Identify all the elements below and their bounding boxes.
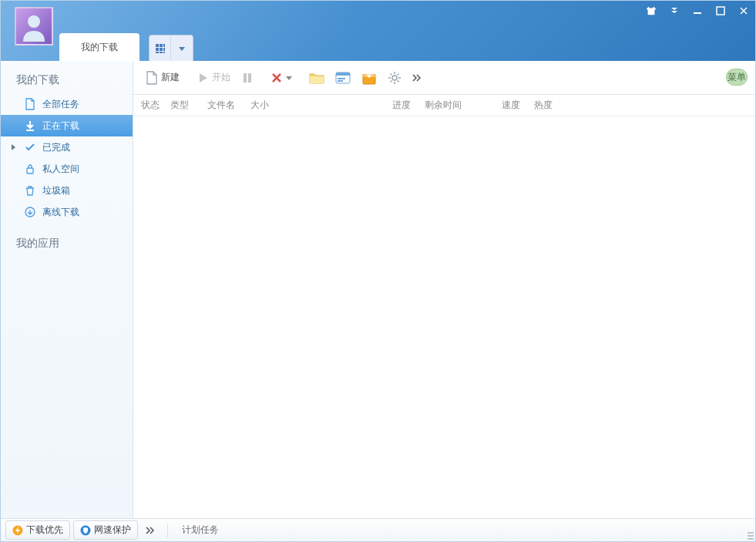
col-filename[interactable]: 文件名	[203, 99, 246, 112]
download-priority-label: 下载优先	[26, 523, 63, 537]
statusbar-more-button[interactable]	[141, 523, 160, 537]
start-label: 开始	[212, 71, 230, 84]
play-icon	[197, 72, 209, 84]
svg-rect-17	[248, 73, 251, 82]
details-icon	[335, 72, 351, 84]
double-chevron-right-icon	[412, 74, 422, 82]
titlebar: 我的下载	[1, 1, 755, 61]
sidebar-item-offline[interactable]: 离线下载	[1, 201, 133, 223]
svg-rect-12	[163, 52, 165, 53]
sidebar-item-trash[interactable]: 垃圾箱	[1, 180, 133, 201]
close-button[interactable]	[732, 1, 755, 21]
svg-rect-10	[156, 52, 159, 53]
sidebar-item-label: 正在下载	[42, 120, 79, 133]
skin-icon[interactable]	[640, 1, 663, 21]
col-size[interactable]: 大小	[246, 99, 388, 112]
cloud-download-icon	[24, 206, 36, 218]
body: 我的下载 全部任务 正在下载 已完成	[1, 61, 755, 518]
svg-point-3	[28, 15, 40, 28]
svg-rect-0	[694, 12, 701, 14]
check-icon	[24, 141, 36, 153]
tab-my-downloads[interactable]: 我的下载	[59, 33, 139, 61]
svg-rect-14	[27, 168, 33, 173]
sidebar-item-label: 离线下载	[42, 206, 79, 219]
download-priority-button[interactable]: 下载优先	[5, 520, 70, 540]
pause-button[interactable]	[237, 69, 258, 87]
double-chevron-right-icon	[146, 527, 155, 534]
svg-rect-16	[244, 73, 247, 82]
svg-rect-6	[156, 48, 159, 51]
sidebar-item-label: 已完成	[42, 141, 70, 154]
sidebar-group-apps: 我的应用	[1, 232, 133, 257]
lock-icon	[24, 163, 36, 175]
svg-point-24	[392, 76, 397, 80]
user-silhouette-icon	[18, 11, 49, 42]
speed-protect-label: 网速保护	[94, 523, 131, 537]
sidebar-item-label: 私人空间	[42, 163, 79, 176]
toolbar: 新建 开始	[133, 61, 755, 95]
window-controls	[640, 1, 755, 21]
resize-handle[interactable]	[744, 530, 754, 540]
svg-rect-21	[338, 80, 343, 82]
sidebar-item-downloading[interactable]: 正在下载	[1, 115, 133, 136]
download-folder-button[interactable]	[357, 68, 381, 88]
content: 新建 开始	[133, 61, 755, 518]
app-window: 我的下载 我的下载	[0, 0, 756, 542]
tab-label: 我的下载	[81, 41, 118, 54]
svg-rect-13	[26, 130, 34, 131]
col-type[interactable]: 类型	[166, 99, 203, 112]
toolbar-more-button[interactable]	[408, 71, 426, 85]
speed-protect-button[interactable]: 网速保护	[73, 520, 138, 540]
view-dropdown-button[interactable]	[171, 35, 193, 61]
menu-button[interactable]: 菜单	[726, 69, 748, 86]
task-list-empty	[133, 116, 755, 518]
grid-icon	[155, 43, 166, 54]
sidebar-item-private[interactable]: 私人空间	[1, 158, 133, 180]
new-file-icon	[146, 71, 158, 85]
statusbar: 下载优先 网速保护 计划任务	[1, 518, 755, 541]
delete-icon	[270, 72, 283, 84]
lightning-icon	[12, 525, 23, 536]
col-heat[interactable]: 热度	[529, 99, 576, 112]
sidebar-item-label: 全部任务	[42, 98, 79, 111]
col-status[interactable]: 状态	[136, 99, 166, 112]
shield-icon	[80, 525, 91, 536]
svg-rect-19	[336, 72, 350, 76]
gear-icon	[388, 71, 402, 85]
grid-view-button[interactable]	[150, 35, 171, 61]
svg-rect-8	[163, 44, 165, 47]
details-button[interactable]	[331, 69, 355, 87]
open-folder-button[interactable]	[304, 69, 329, 87]
sidebar-item-all-tasks[interactable]: 全部任务	[1, 93, 133, 115]
column-headers: 状态 类型 文件名 大小 进度 剩余时间 速度 热度	[133, 95, 755, 116]
maximize-button[interactable]	[709, 1, 732, 21]
svg-rect-5	[160, 44, 163, 47]
download-arrow-icon	[24, 120, 36, 132]
avatar[interactable]	[15, 7, 53, 45]
sidebar: 我的下载 全部任务 正在下载 已完成	[1, 61, 133, 518]
dropdown-arrow-icon[interactable]	[663, 1, 686, 21]
new-label: 新建	[161, 71, 180, 84]
delete-button[interactable]	[266, 69, 297, 87]
new-button[interactable]: 新建	[141, 68, 184, 88]
view-switcher	[149, 35, 193, 61]
pause-icon	[241, 72, 254, 84]
chevron-down-icon	[286, 75, 292, 81]
folder-icon	[309, 72, 324, 84]
sidebar-group-downloads: 我的下载	[1, 69, 133, 93]
sidebar-item-completed[interactable]: 已完成	[1, 136, 133, 158]
sidebar-item-label: 垃圾箱	[42, 184, 70, 197]
chevron-down-icon	[178, 45, 186, 52]
box-download-icon	[361, 71, 377, 85]
start-button[interactable]: 开始	[192, 68, 235, 87]
col-speed[interactable]: 速度	[497, 99, 529, 112]
svg-rect-1	[717, 7, 724, 15]
minimize-button[interactable]	[686, 1, 709, 21]
col-progress[interactable]: 进度	[388, 99, 420, 112]
file-icon	[24, 98, 36, 110]
svg-rect-7	[160, 48, 163, 51]
settings-button[interactable]	[383, 68, 406, 88]
col-remaining[interactable]: 剩余时间	[420, 99, 497, 112]
tab-row: 我的下载	[59, 33, 193, 61]
plan-task-label[interactable]: 计划任务	[176, 523, 219, 537]
